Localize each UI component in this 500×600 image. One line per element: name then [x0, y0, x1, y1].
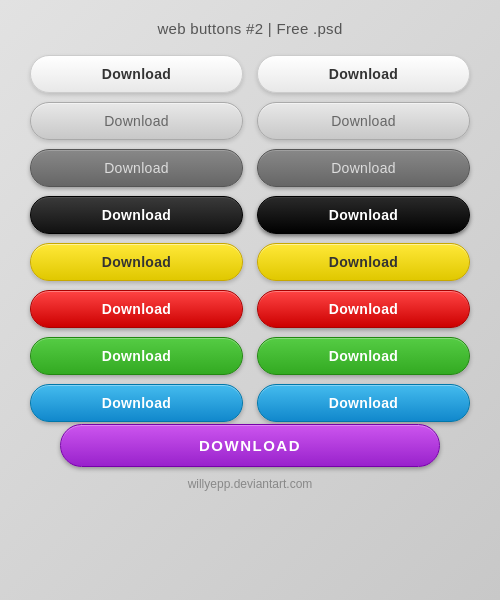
footer-text: willyepp.deviantart.com [188, 477, 313, 491]
btn-medgray-left[interactable]: Download [30, 149, 243, 187]
btn-black-left[interactable]: Download [30, 196, 243, 234]
btn-white-right-1[interactable]: Download [257, 55, 470, 93]
btn-black-right[interactable]: Download [257, 196, 470, 234]
btn-yellow-left[interactable]: Download [30, 243, 243, 281]
btn-green-right[interactable]: Download [257, 337, 470, 375]
btn-medgray-right[interactable]: Download [257, 149, 470, 187]
btn-red-right[interactable]: Download [257, 290, 470, 328]
btn-red-left[interactable]: Download [30, 290, 243, 328]
wide-button-row: DOWNLOAD [0, 424, 500, 467]
btn-green-left[interactable]: Download [30, 337, 243, 375]
btn-purple-wide[interactable]: DOWNLOAD [60, 424, 440, 467]
button-grid: Download Download Download Download Down… [0, 55, 500, 422]
btn-lightgray-left[interactable]: Download [30, 102, 243, 140]
btn-blue-right[interactable]: Download [257, 384, 470, 422]
btn-yellow-right[interactable]: Download [257, 243, 470, 281]
page-title: web buttons #2 | Free .psd [157, 20, 342, 37]
btn-blue-left[interactable]: Download [30, 384, 243, 422]
btn-lightgray-right[interactable]: Download [257, 102, 470, 140]
btn-white-left-1[interactable]: Download [30, 55, 243, 93]
